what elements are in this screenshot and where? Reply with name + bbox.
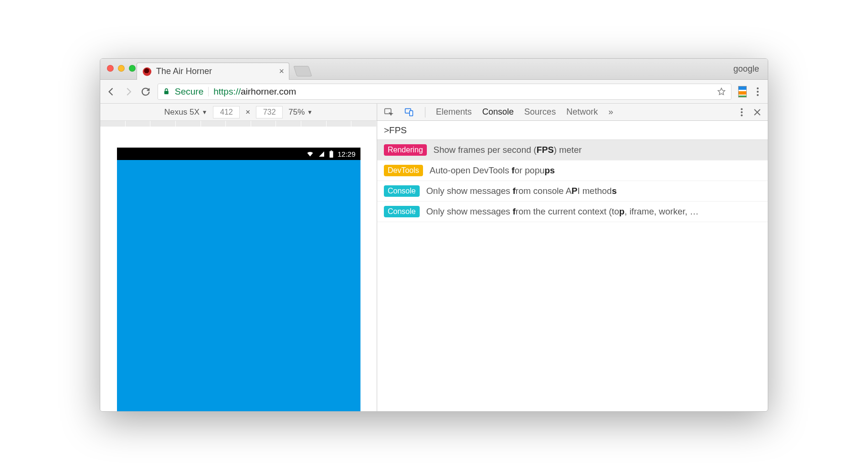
svg-rect-0 (164, 91, 169, 94)
ruler (100, 121, 377, 127)
window-close-button[interactable] (107, 65, 114, 72)
favicon-icon (143, 67, 151, 76)
command-menu-item[interactable]: DevToolsAuto-open DevTools for popups (377, 160, 768, 181)
svg-point-7 (741, 111, 743, 113)
window-maximize-button[interactable] (129, 65, 136, 72)
command-menu-input[interactable]: >FPS (377, 121, 768, 140)
svg-rect-2 (330, 150, 332, 151)
command-menu-item[interactable]: RenderingShow frames per second (FPS) me… (377, 140, 768, 160)
emulated-viewport[interactable]: 12:29 (100, 127, 377, 411)
command-menu-list: RenderingShow frames per second (FPS) me… (377, 140, 768, 222)
command-badge: Console (384, 206, 420, 217)
battery-icon (329, 150, 334, 158)
command-menu-text: >FPS (384, 125, 407, 136)
bookmark-star-icon[interactable] (717, 87, 726, 96)
tab-elements[interactable]: Elements (436, 107, 472, 117)
tab-title: The Air Horner (156, 66, 274, 76)
toolbar: Secure https://airhorner.com (100, 80, 768, 104)
tab-close-button[interactable]: × (279, 66, 284, 76)
phone-clock: 12:29 (338, 150, 356, 158)
command-text: Auto-open DevTools for popups (430, 165, 555, 176)
lock-icon (163, 87, 170, 96)
svg-point-8 (741, 114, 743, 116)
content-split: Nexus 5X ▼ × 75% ▼ 12:29 (100, 104, 768, 411)
svg-rect-1 (329, 151, 333, 158)
phone-screen: 12:29 (117, 148, 360, 411)
command-text: Only show messages from console API meth… (426, 186, 617, 196)
reload-button[interactable] (140, 86, 151, 97)
command-menu-item[interactable]: ConsoleOnly show messages from the curre… (377, 202, 768, 222)
devtools-close-button[interactable] (753, 108, 761, 116)
command-text: Show frames per second (FPS) meter (434, 145, 582, 155)
command-menu-item[interactable]: ConsoleOnly show messages from console A… (377, 181, 768, 202)
zoom-select[interactable]: 75% ▼ (288, 107, 313, 117)
device-width-input[interactable] (213, 106, 240, 118)
wifi-icon (306, 151, 314, 157)
tab-strip: The Air Horner × (137, 59, 310, 79)
devtools-tabbar: Elements Console Sources Network » (377, 104, 768, 121)
browser-tab[interactable]: The Air Horner × (137, 63, 289, 80)
lighthouse-extension-icon[interactable] (738, 86, 747, 97)
titlebar: The Air Horner × google (100, 59, 768, 80)
divider (208, 87, 209, 96)
devtools-pane: Elements Console Sources Network » >FPS … (377, 104, 768, 411)
toggle-device-icon[interactable] (404, 107, 414, 117)
command-badge: Console (384, 185, 420, 197)
inspect-element-icon[interactable] (384, 107, 393, 117)
devtools-menu-button[interactable] (741, 108, 743, 117)
svg-rect-5 (410, 110, 413, 116)
window-minimize-button[interactable] (118, 65, 125, 72)
browser-menu-button[interactable] (753, 87, 762, 96)
forward-button[interactable] (123, 86, 134, 97)
divider (425, 107, 425, 118)
times-label: × (245, 107, 250, 117)
secure-label: Secure (175, 86, 203, 97)
command-badge: DevTools (384, 165, 423, 176)
profile-label[interactable]: google (733, 64, 759, 74)
device-height-input[interactable] (256, 106, 283, 118)
back-button[interactable] (106, 86, 116, 97)
svg-point-6 (741, 108, 743, 110)
browser-window: The Air Horner × google Secure https://a… (100, 58, 768, 412)
url-text: https://airhorner.com (213, 86, 296, 97)
device-toolbar: Nexus 5X ▼ × 75% ▼ (100, 104, 377, 121)
phone-status-bar: 12:29 (117, 148, 360, 160)
tab-network[interactable]: Network (566, 107, 598, 117)
tab-console[interactable]: Console (482, 107, 514, 117)
address-bar[interactable]: Secure https://airhorner.com (158, 84, 731, 100)
more-tabs-icon[interactable]: » (608, 107, 613, 117)
signal-icon (318, 151, 325, 157)
device-select[interactable]: Nexus 5X ▼ (164, 107, 207, 117)
command-text: Only show messages from the current cont… (426, 206, 699, 217)
new-tab-button[interactable] (293, 66, 312, 76)
tab-sources[interactable]: Sources (524, 107, 556, 117)
window-controls (107, 65, 136, 72)
command-badge: Rendering (384, 144, 427, 156)
device-pane: Nexus 5X ▼ × 75% ▼ 12:29 (100, 104, 377, 411)
